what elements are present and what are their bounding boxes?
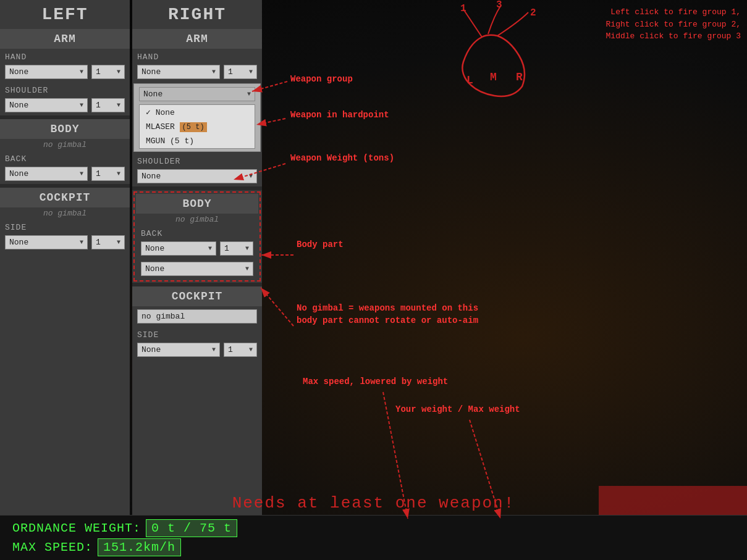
right-shoulder-weapon-select[interactable]: None ▼ [137,169,257,183]
right-back-weapon2-select[interactable]: None ▼ [141,262,253,276]
left-back-weapon-select[interactable]: None ▼ [5,167,88,181]
right-body-gimbal: no gimbal [136,214,258,225]
dropdown-mlaser[interactable]: MLASER (5 t) [140,120,255,134]
weapon-dropdown: None MLASER (5 t) MGUN (5 t) [139,104,255,149]
right-body-label: BODY [136,194,258,214]
right-arm-label: ARM [132,29,262,49]
right-cockpit-gimbal-display: no gimbal [137,309,257,324]
left-hand-weapon-select[interactable]: None ▼ [5,65,88,79]
right-body-section: BODY no gimbal BACK None ▼ 1 ▼ [133,191,261,282]
left-title: LEFT [0,0,130,29]
ordnance-bar: ORDNANCE WEIGHT: 0 t / 75 t MAX SPEED: 1… [0,515,747,560]
right-hand-label: HAND [132,50,262,63]
left-side-group-select[interactable]: 1 ▼ [91,235,125,249]
ordnance-value: 0 t / 75 t [146,519,237,537]
dropdown-mgun[interactable]: MGUN (5 t) [140,134,255,148]
dropdown-none[interactable]: None [140,105,255,120]
right-title: RIGHT [132,0,262,29]
fire-group-info: Left click to fire group 1, Right click … [606,6,741,43]
left-body-label: BODY [0,119,130,139]
warning-text: Needs at least one weapon! [0,491,747,515]
left-shoulder-group-select[interactable]: 1 ▼ [91,98,125,112]
left-side-weapon-select[interactable]: None ▼ [5,235,88,249]
right-panel: RIGHT ARM HAND None ▼ 1 ▼ None [132,0,262,560]
right-hand-open-select[interactable]: None ▼ [139,87,255,101]
right-shoulder-label: SHOULDER [132,154,262,167]
left-side-label: SIDE [0,220,130,233]
left-shoulder-weapon-select[interactable]: None ▼ [5,98,88,112]
ordnance-label: ORDNANCE WEIGHT: [12,521,141,535]
right-side-label: SIDE [132,328,262,341]
left-cockpit-label: COCKPIT [0,188,130,207]
left-cockpit-gimbal: no gimbal [0,207,130,219]
speed-label: MAX SPEED: [12,540,93,554]
right-hand-group-select[interactable]: 1 ▼ [224,65,257,79]
right-cockpit-label: COCKPIT [132,286,262,306]
speed-value: 151.2km/h [98,538,181,556]
right-back-weapon-select[interactable]: None ▼ [141,241,216,256]
right-back-group-select[interactable]: 1 ▼ [220,241,253,256]
left-arm-label: ARM [0,29,130,49]
left-hand-label: HAND [0,50,130,63]
left-body-gimbal: no gimbal [0,139,130,151]
status-bar: Needs at least one weapon! ORDNANCE WEIG… [0,486,747,560]
left-back-group-select[interactable]: 1 ▼ [91,167,125,181]
left-panel: LEFT ARM HAND None ▼ 1 ▼ SHOULDER None ▼ [0,0,130,560]
right-side-group-select[interactable]: 1 ▼ [224,343,257,357]
left-hand-group-select[interactable]: 1 ▼ [91,65,125,79]
right-back-label: BACK [136,227,258,240]
left-back-label: BACK [0,152,130,165]
right-hand-weapon-select[interactable]: None ▼ [137,65,220,79]
right-side-weapon-select[interactable]: None ▼ [137,343,220,357]
left-shoulder-label: SHOULDER [0,83,130,96]
